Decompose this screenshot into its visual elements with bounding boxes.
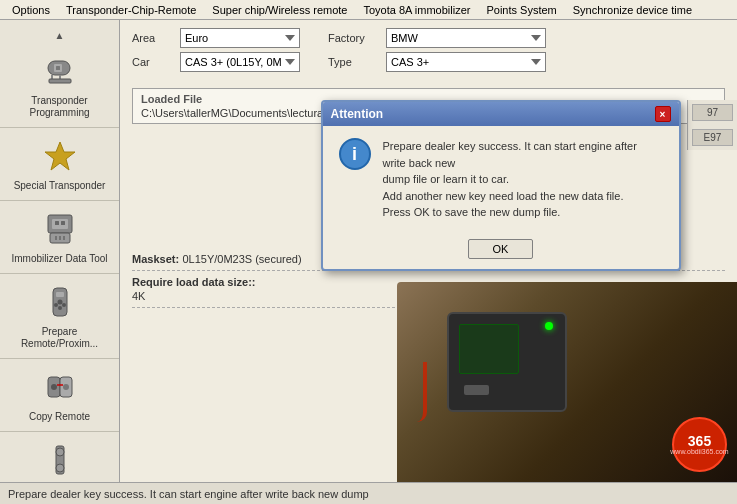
sidebar-item-prepare-remote[interactable]: Prepare Remote/Proxim... (0, 274, 119, 359)
maskset-value: 0L15Y/0M23S (secured) (182, 253, 301, 265)
menu-super-chip-wireless[interactable]: Super chip/Wireless remote (204, 2, 355, 18)
modal-message-line4: Press OK to save the new dump file. (383, 206, 561, 218)
area-select[interactable]: Euro (180, 28, 300, 48)
svg-point-23 (51, 384, 57, 390)
sidebar-label-prepare-remote: Prepare Remote/Proxim... (4, 326, 115, 350)
key-badge-97: 97 (692, 104, 733, 121)
logo-subtext: www.obdii365.com (670, 448, 728, 455)
sidebar-label-transponder: Transponder Programming (4, 95, 115, 119)
modal-info-icon: i (339, 138, 371, 170)
modal-title: Attention (331, 107, 384, 121)
factory-label: Factory (328, 32, 378, 44)
modal-message-line3: Add another new key need load the new da… (383, 190, 624, 202)
svg-point-17 (57, 300, 62, 305)
tool-icon (40, 440, 80, 480)
car-select[interactable]: CAS 3+ (0L15Y, 0M23S) (180, 52, 300, 72)
special-key-icon (40, 136, 80, 176)
menu-options[interactable]: Options (4, 2, 58, 18)
type-label: Type (328, 56, 378, 68)
sidebar: Transponder Programming Special Transpon… (0, 20, 120, 482)
type-select[interactable]: CAS 3+ (386, 52, 546, 72)
modal-message: Prepare dealer key success. It can start… (383, 138, 663, 221)
copy-remote-icon (40, 367, 80, 407)
device-button (464, 385, 489, 395)
sidebar-item-tool[interactable] (0, 432, 119, 482)
statusbar-text: Prepare dealer key success. It can start… (8, 488, 369, 500)
svg-point-27 (56, 448, 64, 456)
sidebar-item-special-transponder[interactable]: Special Transponder (0, 128, 119, 201)
statusbar: Prepare dealer key success. It can start… (0, 482, 737, 504)
modal-ok-button[interactable]: OK (468, 239, 534, 259)
sidebar-item-immobilizer-data-tool[interactable]: Immobilizer Data Tool (0, 201, 119, 274)
form-row-car-type: Car CAS 3+ (0L15Y, 0M23S) Type CAS 3+ (132, 52, 725, 72)
modal-titlebar: Attention × (323, 102, 679, 126)
cable (397, 362, 427, 422)
svg-rect-2 (56, 66, 60, 70)
svg-rect-16 (56, 292, 64, 297)
area-label: Area (132, 32, 172, 44)
key-chip-icon (40, 51, 80, 91)
sidebar-item-copy-remote[interactable]: Copy Remote (0, 359, 119, 432)
content-area: Area Euro Factory BMW Car CAS 3+ (0L15Y,… (120, 20, 737, 482)
svg-rect-8 (52, 219, 68, 229)
menu-points-system[interactable]: Points System (478, 2, 564, 18)
main-layout: Transponder Programming Special Transpon… (0, 20, 737, 482)
car-label: Car (132, 56, 172, 68)
modal-body: i Prepare dealer key success. It can sta… (323, 126, 679, 233)
device-screen (459, 324, 519, 374)
menubar: Options Transponder-Chip-Remote Super ch… (0, 0, 737, 20)
require-label: Require load data size:: (132, 276, 255, 288)
device-led-green (545, 322, 553, 330)
svg-point-28 (56, 464, 64, 472)
svg-rect-10 (61, 221, 65, 225)
sidebar-scroll-up[interactable] (0, 28, 119, 43)
sidebar-label-immobilizer: Immobilizer Data Tool (12, 253, 108, 265)
sidebar-label-special-transponder: Special Transponder (14, 180, 106, 192)
attention-modal: Attention × i Prepare dealer key success… (321, 100, 681, 271)
menu-synchronize[interactable]: Synchronize device time (565, 2, 700, 18)
photo-overlay: 365 www.obdii365.com (397, 282, 737, 482)
svg-point-19 (54, 303, 58, 307)
svg-point-20 (62, 303, 66, 307)
modal-message-line1: Prepare dealer key success. It can start… (383, 140, 637, 169)
modal-footer: OK (323, 233, 679, 269)
menu-transponder-chip-remote[interactable]: Transponder-Chip-Remote (58, 2, 204, 18)
sidebar-item-transponder-programming[interactable]: Transponder Programming (0, 43, 119, 128)
svg-point-18 (58, 306, 62, 310)
form-area: Area Euro Factory BMW Car CAS 3+ (0L15Y,… (120, 20, 737, 84)
modal-close-button[interactable]: × (655, 106, 671, 122)
sidebar-label-copy-remote: Copy Remote (29, 411, 90, 423)
svg-point-24 (63, 384, 69, 390)
device-illustration (417, 292, 617, 432)
key-count-area: 97 E97 (687, 100, 737, 150)
svg-rect-9 (55, 221, 59, 225)
menu-toyota-8a[interactable]: Toyota 8A immobilizer (355, 2, 478, 18)
require-value: 4K (132, 290, 145, 302)
svg-rect-5 (49, 79, 71, 83)
key-badge-e97: E97 (692, 129, 733, 146)
logo-text: 365 (688, 434, 711, 448)
modal-message-line2: dump file or learn it to car. (383, 173, 510, 185)
device-body (447, 312, 567, 412)
form-row-area-factory: Area Euro Factory BMW (132, 28, 725, 48)
svg-marker-6 (45, 142, 75, 170)
immobilizer-icon (40, 209, 80, 249)
maskset-label: Maskset: (132, 253, 179, 265)
remote-icon (40, 282, 80, 322)
logo-365: 365 www.obdii365.com (672, 417, 727, 472)
factory-select[interactable]: BMW (386, 28, 546, 48)
